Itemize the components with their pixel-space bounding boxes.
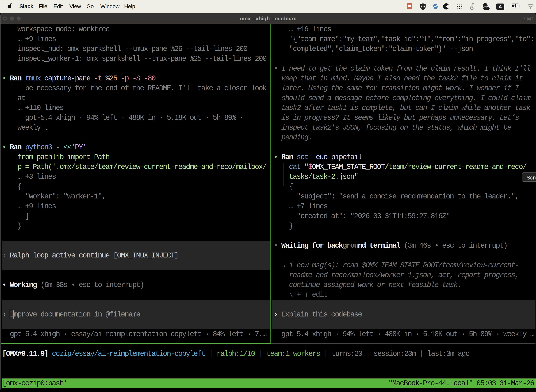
svg-text:..61: ..61	[484, 7, 489, 10]
